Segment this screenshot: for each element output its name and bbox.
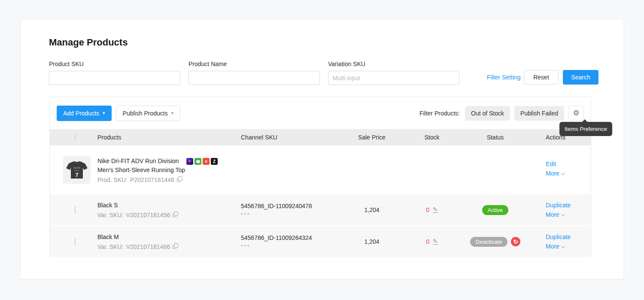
product-name: Nike Dri-FIT ADV Run Division Men's Shor…	[97, 157, 185, 175]
svg-text:KLYN: KLYN	[73, 167, 80, 169]
header-stock: Stock	[404, 134, 460, 141]
variation-sku-label: Variation SKU	[328, 61, 459, 67]
svg-text:7: 7	[76, 172, 79, 178]
copy-icon[interactable]	[177, 176, 182, 183]
more-link[interactable]: More	[546, 211, 559, 218]
variation-actions: Duplicate More	[531, 202, 591, 218]
reset-button[interactable]: Reset	[524, 70, 559, 85]
edit-stock-icon[interactable]: ✎	[433, 207, 438, 213]
row-checkbox[interactable]	[75, 238, 76, 245]
variation-actions: Duplicate More	[531, 233, 591, 250]
chevron-down-icon: ▾	[103, 110, 105, 116]
product-row: KLYN NETS 7 Nike Dri-FIT ADV Run Divisio…	[50, 145, 591, 194]
product-image[interactable]: KLYN NETS 7	[63, 156, 91, 184]
variation-sku-input[interactable]	[328, 71, 459, 85]
chevron-down-icon	[561, 212, 565, 217]
zalora-icon: Z	[211, 158, 218, 165]
product-sku-field: Product SKU	[49, 61, 180, 85]
status-badge: Deactivate	[470, 237, 507, 247]
items-preference-tooltip: Items Preference	[559, 122, 612, 136]
more-skus-dots[interactable]: •••	[241, 211, 340, 217]
lazada-icon: ♥	[186, 158, 193, 165]
channel-icons: ♥ S Z	[186, 158, 218, 165]
manage-products-card: Manage Products Product SKU Product Name…	[21, 20, 623, 279]
header-products: Products	[97, 134, 241, 141]
product-actions: Edit More	[546, 161, 565, 177]
svg-text:NETS: NETS	[75, 170, 79, 172]
filter-products-group: Filter Products: Out of Stock Publish Fa…	[419, 106, 584, 121]
gear-icon: ⚙	[573, 109, 579, 117]
copy-icon[interactable]	[173, 212, 178, 218]
status-badge: Active	[482, 205, 508, 215]
chevron-down-icon: ▾	[171, 110, 174, 116]
edit-link[interactable]: Edit	[546, 161, 565, 167]
sale-price-value: 1,204	[340, 206, 404, 213]
product-sku-label: Product SKU	[49, 61, 180, 67]
edit-stock-icon[interactable]: ✎	[433, 239, 438, 245]
tokopedia-icon	[194, 158, 201, 165]
more-link[interactable]: More	[546, 243, 559, 250]
sync-failed-icon[interactable]: ↻	[511, 237, 520, 246]
publish-failed-filter-button[interactable]: Publish Failed	[514, 106, 564, 121]
sale-price-value: 1,204	[340, 238, 404, 245]
shopee-icon: S	[203, 158, 210, 165]
page-title: Manage Products	[49, 37, 128, 48]
duplicate-link[interactable]: Duplicate	[546, 233, 591, 240]
filter-products-label: Filter Products:	[419, 110, 460, 117]
header-channel-sku: Channel SKU	[241, 134, 340, 141]
publish-products-button[interactable]: Publish Products ▾	[116, 106, 181, 121]
duplicate-link[interactable]: Duplicate	[546, 202, 591, 209]
header-status: Status	[460, 134, 531, 141]
stock-value: 0	[426, 238, 429, 245]
table-header-row: Products Channel SKU Sale Price Stock St…	[50, 129, 591, 145]
products-table-panel: Add Products ▾ Publish Products ▾ Filter…	[49, 97, 591, 257]
variation-name: Black S	[97, 202, 241, 209]
copy-icon[interactable]	[173, 243, 178, 250]
row-checkbox[interactable]	[75, 206, 76, 214]
add-products-button[interactable]: Add Products ▾	[57, 106, 112, 121]
tshirt-image: KLYN NETS 7	[63, 156, 91, 184]
search-button[interactable]: Search	[563, 70, 598, 85]
channel-sku-value: 5456786_ID-11009264324	[241, 234, 340, 241]
variation-row-black-m: Black M Var. SKU: V202107181466 5456786_…	[50, 226, 591, 257]
table-toolbar: Add Products ▾ Publish Products ▾ Filter…	[50, 97, 591, 129]
variation-sku-line: Var. SKU: V202107181466	[97, 243, 241, 250]
filter-setting-link[interactable]: Filter Setting	[487, 74, 521, 81]
items-preference-button[interactable]: ⚙	[568, 106, 584, 121]
more-skus-dots[interactable]: •••	[241, 242, 340, 249]
variation-name: Black M	[97, 233, 241, 240]
select-all-checkbox[interactable]	[75, 133, 76, 141]
product-name-field: Product Name	[188, 61, 320, 85]
publish-products-label: Publish Products	[123, 110, 168, 117]
more-link[interactable]: More	[546, 170, 559, 177]
header-sale-price: Sale Price	[340, 134, 404, 141]
variation-row-black-s: Black S Var. SKU: V202107181456 5456786_…	[50, 194, 591, 225]
variation-sku-field: Variation SKU	[328, 61, 459, 85]
product-sku-input[interactable]	[49, 71, 180, 85]
stock-value: 0	[426, 206, 429, 213]
variation-sku-line: Var. SKU: V202107181456	[97, 212, 241, 218]
product-name-input[interactable]	[188, 71, 320, 85]
chevron-down-icon	[561, 244, 565, 248]
product-sku-line: Prod. SKU: P202107181446	[97, 176, 182, 183]
add-products-label: Add Products	[63, 110, 99, 117]
channel-sku-value: 5456786_ID-11009240478	[241, 203, 340, 209]
chevron-down-icon	[561, 171, 565, 176]
product-name-label: Product Name	[188, 61, 320, 67]
out-of-stock-filter-button[interactable]: Out of Stock	[465, 106, 510, 121]
